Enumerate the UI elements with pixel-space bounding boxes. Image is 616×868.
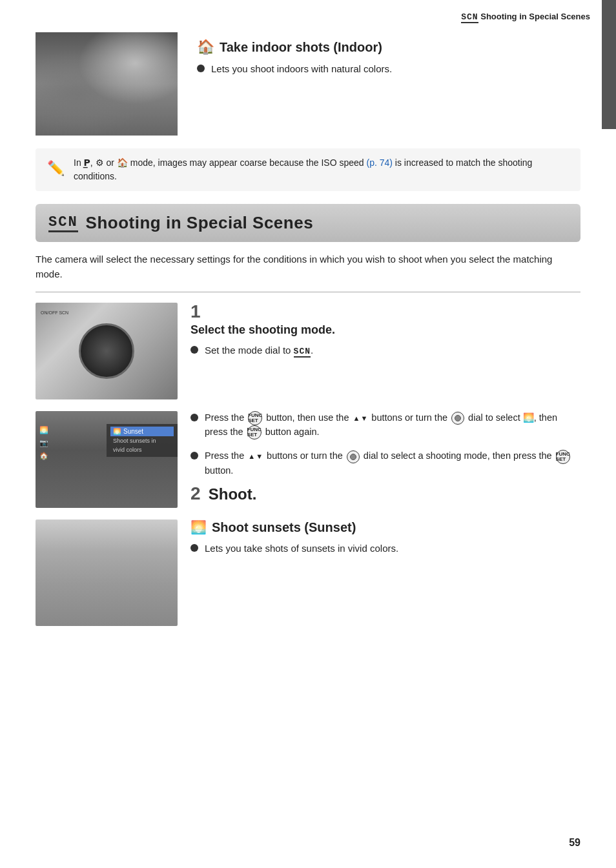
scn-inline-label: SCN bbox=[294, 347, 311, 358]
indoor-photo bbox=[36, 32, 178, 136]
func-set-btn-1: FUNCSET bbox=[248, 411, 262, 425]
sunset-icon: 🌅 bbox=[190, 520, 207, 535]
indoor-content: 🏠 Take indoor shots (Indoor) Lets you sh… bbox=[197, 32, 580, 79]
indoor-mode-icon: 🏠 bbox=[197, 39, 214, 56]
indoor-bullet: Lets you shoot indoors with natural colo… bbox=[197, 62, 580, 76]
note-icon: ✏️ bbox=[47, 157, 65, 179]
menu-popup: 🌅 Sunset Shoot sunsets in vivid colors bbox=[107, 424, 178, 457]
up-down-arrows-1: ▲▼ bbox=[353, 413, 368, 424]
func-set-btn-2: FUNCSET bbox=[247, 425, 262, 439]
page-number: 59 bbox=[569, 837, 580, 849]
bullet-dot bbox=[197, 65, 205, 72]
scn-section-title: Shooting in Special Scenes bbox=[86, 213, 314, 233]
sunset-menu-icon: 🌅 bbox=[113, 428, 121, 435]
page-header: SCN Shooting in Special Scenes bbox=[0, 0, 616, 26]
sunset-bullet: Lets you take shots of sunsets in vivid … bbox=[190, 541, 398, 555]
divider bbox=[36, 292, 580, 292]
step1-bullet1: Set the mode dial to SCN. bbox=[190, 343, 580, 358]
scn-badge: SCN bbox=[48, 214, 78, 232]
step2-area: 2 Shoot. bbox=[190, 485, 580, 503]
step1-image-area bbox=[36, 303, 178, 399]
menu-item-sub2: vivid colors bbox=[110, 445, 174, 454]
menu-item-sub1: Shoot sunsets in bbox=[110, 436, 174, 445]
step1-bullet1-text: Set the mode dial to SCN. bbox=[205, 343, 313, 358]
step1-bullet3: Press the ▲▼ buttons or turn the dial to… bbox=[190, 449, 580, 481]
step2-number: 2 bbox=[190, 483, 201, 503]
scn-description: The camera will select the necessary set… bbox=[0, 252, 616, 292]
menu-screen-photo: 🌅 📷 🏠 🌅 Sunset Shoot sunsets in vivid co… bbox=[36, 411, 178, 508]
bullet-dot-3 bbox=[190, 452, 198, 459]
step1-bullet2: Press the FUNCSET button, then use the ▲… bbox=[190, 411, 580, 443]
scn-section-header: SCN Shooting in Special Scenes bbox=[36, 204, 580, 242]
camera-top-photo bbox=[36, 303, 178, 399]
note-text: In P̲, ⚙ or 🏠 mode, images may appear co… bbox=[74, 156, 569, 183]
step1-number: 1 bbox=[190, 303, 580, 321]
dial-icon-1 bbox=[451, 412, 464, 425]
sunset-section: 🌅 Shoot sunsets (Sunset) Lets you take s… bbox=[36, 520, 580, 626]
step1-bullets-content: Press the FUNCSET button, then use the ▲… bbox=[190, 411, 580, 503]
note-box: ✏️ In P̲, ⚙ or 🏠 mode, images may appear… bbox=[36, 148, 580, 191]
sunset-mode-icon-1: 🌅 bbox=[523, 412, 534, 423]
step2-label: Shoot. bbox=[209, 485, 257, 503]
sunset-content: 🌅 Shoot sunsets (Sunset) Lets you take s… bbox=[190, 520, 398, 559]
indoor-title: 🏠 Take indoor shots (Indoor) bbox=[197, 39, 580, 56]
step1-bullet2-text: Press the FUNCSET button, then use the ▲… bbox=[205, 411, 580, 439]
bullet-dot-sunset bbox=[190, 544, 198, 552]
note-link[interactable]: (p. 74) bbox=[367, 157, 393, 168]
step1-title: Select the shooting mode. bbox=[190, 323, 580, 337]
bullet-dot-2 bbox=[190, 414, 198, 421]
step1-bullet3-text: Press the ▲▼ buttons or turn the dial to… bbox=[205, 449, 580, 478]
sunset-photo bbox=[36, 520, 178, 626]
steps-area: 1 Select the shooting mode. Set the mode… bbox=[0, 303, 616, 626]
sunset-title: 🌅 Shoot sunsets (Sunset) bbox=[190, 520, 398, 535]
dial-icon-2 bbox=[347, 450, 360, 463]
step1-menu-image-area: 🌅 📷 🏠 🌅 Sunset Shoot sunsets in vivid co… bbox=[36, 411, 178, 508]
header-scn-label: SCN Shooting in Special Scenes bbox=[461, 12, 590, 22]
func-set-btn-3: FUNCSET bbox=[556, 450, 570, 464]
step1-content: 1 Select the shooting mode. Set the mode… bbox=[190, 303, 580, 361]
bullet-dot-1 bbox=[190, 346, 198, 354]
indoor-section: 🏠 Take indoor shots (Indoor) Lets you sh… bbox=[0, 26, 616, 142]
side-tab bbox=[602, 0, 616, 129]
step1-row: 1 Select the shooting mode. Set the mode… bbox=[36, 303, 580, 399]
up-down-arrows-2: ▲▼ bbox=[248, 451, 263, 462]
menu-item-sunset: 🌅 Sunset bbox=[110, 427, 174, 436]
step1-menu-row: 🌅 📷 🏠 🌅 Sunset Shoot sunsets in vivid co… bbox=[36, 411, 580, 508]
